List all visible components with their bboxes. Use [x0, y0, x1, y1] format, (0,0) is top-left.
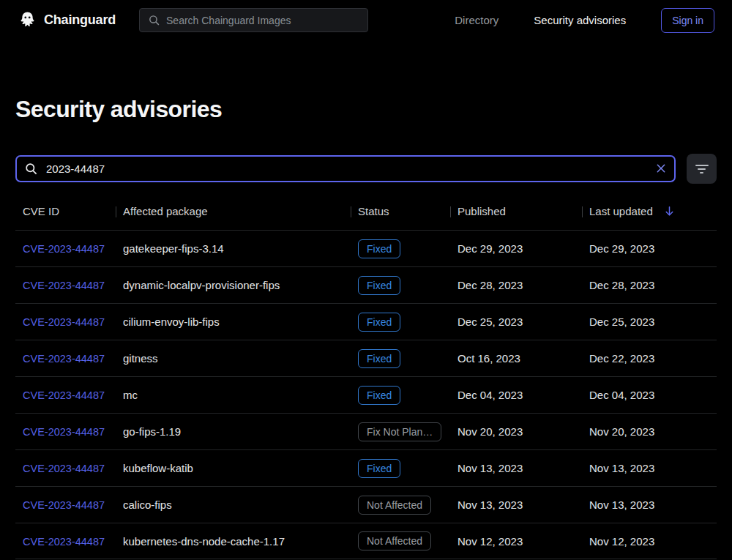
package-name: calico-fips: [116, 499, 351, 511]
updated-date: Dec 29, 2023: [582, 242, 717, 255]
table-row: CVE-2023-44487 kubeflow-katib Fixed Nov …: [15, 449, 717, 486]
advisory-toolbar: [15, 154, 717, 184]
brand-logo-link[interactable]: Chainguard: [18, 10, 116, 30]
updated-date: Dec 28, 2023: [582, 279, 717, 291]
updated-date: Dec 04, 2023: [582, 389, 717, 401]
nav-directory[interactable]: Directory: [455, 14, 498, 26]
package-name: cilium-envoy-lib-fips: [116, 316, 351, 328]
advisory-search: [15, 155, 676, 182]
sort-descending-icon[interactable]: [663, 205, 676, 217]
top-nav: Chainguard Directory Security advisories…: [0, 0, 732, 40]
brand-name: Chainguard: [44, 12, 116, 28]
updated-date: Nov 20, 2023: [582, 425, 717, 438]
advisories-table: CVE ID Affected package Status Published…: [15, 205, 717, 559]
column-header-affected-package[interactable]: Affected package: [116, 205, 351, 217]
cve-link[interactable]: CVE-2023-44487: [23, 536, 105, 548]
table-row: CVE-2023-44487 kubernetes-dns-node-cache…: [15, 523, 717, 559]
clear-search-button[interactable]: [651, 158, 671, 179]
published-date: Oct 16, 2023: [450, 352, 582, 365]
header-search: [139, 8, 368, 32]
status-badge: Fix Not Plan…: [358, 422, 441, 441]
updated-date: Dec 25, 2023: [582, 316, 717, 328]
published-date: Dec 04, 2023: [450, 389, 582, 401]
package-name: gitness: [116, 352, 351, 365]
updated-date: Dec 22, 2023: [582, 352, 717, 365]
main-content: Security advisories: [0, 96, 732, 559]
table-header-row: CVE ID Affected package Status Published…: [15, 205, 717, 230]
column-header-cve-id[interactable]: CVE ID: [15, 205, 116, 217]
status-badge: Fixed: [358, 349, 400, 368]
cve-link[interactable]: CVE-2023-44487: [23, 353, 105, 365]
package-name: dynamic-localpv-provisioner-fips: [116, 279, 351, 291]
status-badge: Fixed: [358, 386, 400, 405]
cve-link[interactable]: CVE-2023-44487: [23, 389, 105, 401]
table-row: CVE-2023-44487 cilium-envoy-lib-fips Fix…: [15, 303, 717, 340]
package-name: gatekeeper-fips-3.14: [116, 242, 351, 255]
status-badge: Fixed: [358, 313, 400, 332]
published-date: Nov 13, 2023: [450, 462, 582, 474]
updated-date: Nov 13, 2023: [582, 462, 717, 474]
cve-link[interactable]: CVE-2023-44487: [23, 499, 105, 511]
page-title: Security advisories: [15, 96, 717, 123]
status-badge: Fixed: [358, 239, 400, 258]
published-date: Dec 28, 2023: [450, 279, 582, 291]
status-badge: Not Affected: [358, 496, 431, 515]
sign-in-button[interactable]: Sign in: [661, 8, 714, 33]
cve-link[interactable]: CVE-2023-44487: [23, 243, 105, 255]
cve-link[interactable]: CVE-2023-44487: [23, 426, 105, 438]
published-date: Nov 20, 2023: [450, 425, 582, 438]
package-name: mc: [116, 389, 351, 401]
table-row: CVE-2023-44487 calico-fips Not Affected …: [15, 486, 717, 523]
status-badge: Fixed: [358, 459, 400, 478]
package-name: go-fips-1.19: [116, 425, 351, 438]
header-search-input[interactable]: [139, 8, 368, 32]
advisory-search-input[interactable]: [15, 155, 676, 182]
published-date: Dec 29, 2023: [450, 242, 582, 255]
table-row: CVE-2023-44487 gatekeeper-fips-3.14 Fixe…: [15, 230, 717, 266]
table-body: CVE-2023-44487 gatekeeper-fips-3.14 Fixe…: [15, 230, 717, 559]
column-header-status[interactable]: Status: [351, 205, 450, 217]
column-header-published[interactable]: Published: [450, 205, 582, 217]
cve-link[interactable]: CVE-2023-44487: [23, 280, 105, 291]
table-row: CVE-2023-44487 gitness Fixed Oct 16, 202…: [15, 340, 717, 376]
published-date: Dec 25, 2023: [450, 316, 582, 328]
column-header-last-updated[interactable]: Last updated: [582, 205, 717, 217]
close-icon: [655, 163, 667, 174]
status-badge: Not Affected: [358, 531, 431, 550]
package-name: kubernetes-dns-node-cache-1.17: [116, 535, 351, 548]
filter-icon: [695, 165, 709, 173]
cve-link[interactable]: CVE-2023-44487: [23, 316, 105, 328]
status-badge: Fixed: [358, 276, 400, 295]
top-nav-links: Directory Security advisories Sign in: [455, 8, 714, 33]
package-name: kubeflow-katib: [116, 462, 351, 474]
updated-date: Nov 12, 2023: [582, 535, 717, 548]
table-row: CVE-2023-44487 dynamic-localpv-provision…: [15, 266, 717, 303]
table-row: CVE-2023-44487 mc Fixed Dec 04, 2023 Dec…: [15, 376, 717, 413]
updated-date: Nov 13, 2023: [582, 499, 717, 511]
table-row: CVE-2023-44487 go-fips-1.19 Fix Not Plan…: [15, 413, 717, 449]
published-date: Nov 12, 2023: [450, 535, 582, 548]
filter-button[interactable]: [687, 154, 717, 184]
nav-security-advisories[interactable]: Security advisories: [534, 14, 626, 26]
published-date: Nov 13, 2023: [450, 499, 582, 511]
octopus-logo-icon: [18, 10, 37, 30]
cve-link[interactable]: CVE-2023-44487: [23, 463, 105, 474]
